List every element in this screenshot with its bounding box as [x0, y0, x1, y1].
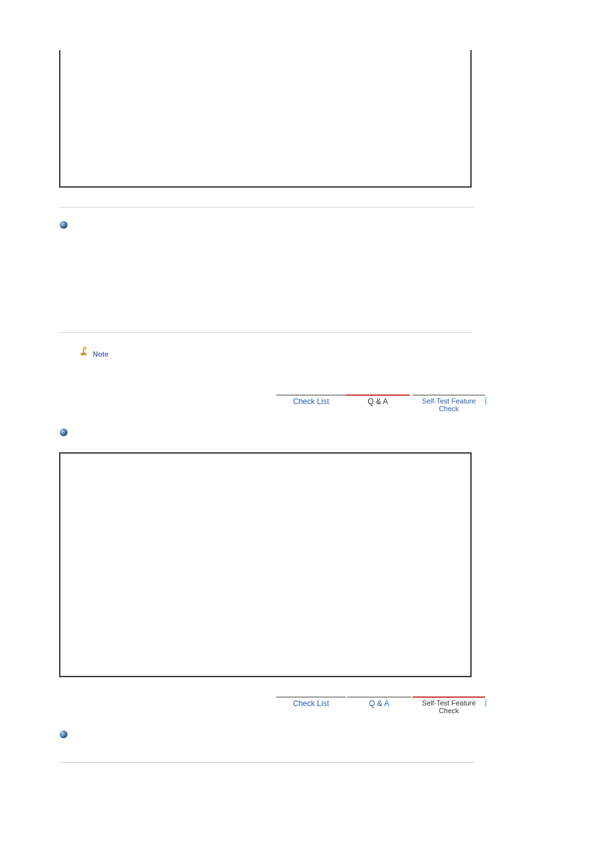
tab-pipe-icon [485, 699, 486, 707]
tab-pipe-icon [485, 397, 486, 405]
tab-self-test[interactable]: Self-Test Feature Check [413, 394, 485, 407]
content-box-top [59, 50, 472, 188]
tab-check-list[interactable]: Check List [276, 696, 346, 709]
bullet-icon [59, 428, 68, 437]
tab-label: Self-Test Feature Check [422, 397, 476, 412]
section-bullet-3 [59, 730, 472, 739]
tab-qa-active[interactable]: Q & A [346, 394, 410, 407]
content-box-middle [59, 452, 472, 677]
bullet-icon [59, 220, 68, 229]
section-bullet-1 [59, 220, 472, 229]
tab-label: Check List [293, 397, 329, 406]
tab-self-test-active[interactable]: Self-Test Feature Check [413, 696, 485, 709]
svg-point-3 [83, 346, 87, 350]
section-bullet-2 [59, 428, 472, 437]
tab-check-list[interactable]: Check List [276, 394, 346, 407]
divider [59, 332, 472, 333]
svg-point-4 [60, 429, 67, 436]
tab-label: Q & A [368, 397, 387, 406]
note-label: Note [77, 345, 109, 359]
tab-label: Self-Test Feature Check [422, 699, 476, 714]
tab-navigation-2: Check List Q & A Self-Test Feature Check [59, 696, 486, 711]
tab-label: Q & A [369, 699, 389, 708]
note-text: Note [93, 350, 108, 358]
pushpin-icon [77, 345, 90, 357]
divider [59, 762, 474, 763]
tab-navigation-1: Check List Q & A Self-Test Feature Check [59, 394, 486, 409]
bullet-icon [59, 730, 68, 739]
tab-qa[interactable]: Q & A [347, 696, 411, 709]
svg-point-5 [60, 731, 67, 738]
svg-point-0 [60, 221, 67, 229]
tab-label: Check List [293, 699, 329, 708]
divider [59, 207, 474, 208]
